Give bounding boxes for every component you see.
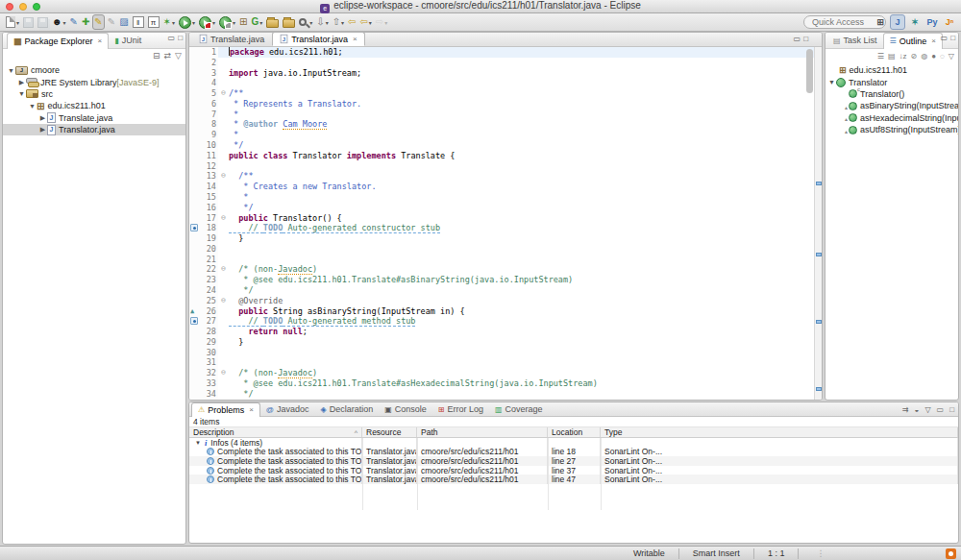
column-header-type[interactable]: Type (601, 427, 958, 437)
code-line-5[interactable]: 5⊖/** (189, 88, 822, 99)
code-line-15[interactable]: 15 * (189, 192, 822, 203)
pi-view-button[interactable]: π (147, 14, 160, 30)
code-text[interactable]: * (229, 130, 822, 140)
column-header-location[interactable]: Location (548, 427, 601, 437)
skip-breakpoints-button[interactable]: ‖ (132, 14, 145, 30)
code-line-33[interactable]: 33 * @see edu.ics211.h01.Translate#asHex… (189, 378, 822, 389)
outline-item-method[interactable]: ▲asHexadecimalString(InputStream) : Stri… (825, 112, 958, 124)
close-icon[interactable]: × (249, 405, 254, 414)
code-text[interactable]: } (229, 233, 822, 244)
open-perspective-button[interactable]: ⊞ (873, 14, 888, 30)
filter-icon[interactable]: ⇉ (902, 405, 909, 414)
code-text[interactable]: * Creates a new Translator. (229, 182, 822, 192)
minimize-editor-icon[interactable]: ▭ (794, 35, 801, 43)
code-line-18[interactable]: 18 // TODO Auto-generated constructor st… (189, 223, 822, 233)
focus-icon[interactable]: ☰ (877, 52, 884, 61)
minimize-view-icon[interactable]: ▭ (941, 34, 949, 42)
next-annotation-button[interactable]: ⇩▾ (315, 14, 329, 30)
code-text[interactable]: /* (non-Javadoc) (229, 368, 822, 378)
code-text[interactable] (229, 58, 822, 68)
sonarlint-marker-icon[interactable] (190, 317, 198, 325)
code-text[interactable] (229, 244, 822, 255)
editor-tab-translate-java[interactable]: JTranslate.java (191, 32, 272, 46)
view-menu-icon[interactable]: ▽ (924, 405, 930, 414)
sort-icon[interactable]: ↓z (899, 52, 907, 61)
open-resource-folder-button[interactable] (282, 14, 296, 30)
tree-item-jre-system-library[interactable]: ▶JRE System Library [JavaSE-9] (3, 76, 185, 87)
code-text[interactable] (229, 78, 822, 88)
code-line-13[interactable]: 13⊖ /** (189, 171, 822, 182)
code-text[interactable]: */ (229, 140, 822, 151)
java-perspective-button[interactable]: J (890, 14, 905, 30)
tab-task-list[interactable]: ▤ Task List (827, 33, 883, 49)
close-icon[interactable]: × (353, 35, 357, 43)
code-line-12[interactable]: 12 (189, 161, 822, 172)
expand-arrow-icon[interactable]: ▼ (7, 67, 15, 74)
code-text[interactable]: * @see edu.ics211.h01.Translate#asHexade… (229, 378, 822, 389)
code-text[interactable] (229, 255, 822, 265)
edit-config-button[interactable]: ▨ (118, 14, 129, 30)
editor-tab-translator-java[interactable]: JTranslator.java× (272, 32, 364, 46)
code-text[interactable]: * @author Cam Moore (229, 119, 822, 130)
fold-marker-icon[interactable]: ⊖ (218, 171, 229, 182)
code-text[interactable]: // TODO Auto-generated method stub (229, 316, 822, 327)
code-text[interactable]: */ (229, 203, 822, 213)
new-groovy-button[interactable]: G▾ (250, 14, 263, 30)
expand-arrow-icon[interactable]: ▶ (17, 79, 26, 86)
code-line-29[interactable]: 29 } (189, 337, 822, 348)
expand-arrow-icon[interactable]: ▼ (28, 103, 37, 110)
run-button[interactable]: ▾ (178, 14, 196, 30)
save-button[interactable] (22, 14, 35, 30)
link-with-editor-icon[interactable]: ⇄ (164, 51, 172, 61)
problems-row[interactable]: Complete the task associated to this TOD… (189, 456, 958, 466)
fold-marker-icon[interactable]: ⊖ (218, 264, 229, 275)
code-text[interactable]: return null; (229, 327, 822, 337)
last-edit-location-button[interactable]: ⇦ (347, 14, 357, 30)
code-line-24[interactable]: 24 */ (189, 285, 822, 296)
sonarlint-marker-icon[interactable] (190, 224, 198, 231)
code-line-23[interactable]: 23 * @see edu.ics211.h01.Translate#asBin… (189, 275, 822, 285)
code-line-10[interactable]: 10 */ (189, 140, 822, 151)
tab-javadoc[interactable]: @Javadoc (260, 402, 315, 417)
tree-item-edu-ics211-h01[interactable]: ▼⊞edu.ics211.h01 (3, 100, 185, 111)
code-line-34[interactable]: 34 */ (189, 389, 822, 400)
tab-declaration[interactable]: ◈Declaration (315, 402, 380, 417)
expand-arrow-icon[interactable]: ▼ (827, 79, 836, 85)
code-text[interactable]: * @see edu.ics211.h01.Translate#asBinary… (229, 275, 822, 285)
outline-item-method[interactable]: ▲asBinaryString(InputStream) : String (825, 100, 958, 111)
code-line-11[interactable]: 11public class Translator implements Tra… (189, 151, 822, 161)
code-editor[interactable]: 1package edu.ics211.h01;23import java.io… (189, 47, 822, 400)
code-text[interactable]: * Represents a Translator. (229, 99, 822, 110)
expand-arrow-icon[interactable]: ▶ (38, 114, 47, 122)
code-line-31[interactable]: 31 (189, 357, 822, 368)
tab-junit[interactable]: ▮ JUnit (109, 33, 147, 49)
hide-static-icon[interactable]: ◍ (921, 52, 927, 61)
external-annotation-pencil-button[interactable]: ✎ (69, 14, 79, 30)
code-text[interactable]: public class Translator implements Trans… (229, 151, 822, 161)
minimize-view-icon[interactable]: ▭ (168, 34, 176, 42)
expand-arrow-icon[interactable]: ▼ (195, 440, 201, 446)
column-header-description[interactable]: Description^ (189, 427, 362, 437)
code-text[interactable]: */ (229, 389, 822, 400)
code-line-1[interactable]: 1package edu.ics211.h01; (189, 47, 822, 58)
expand-arrow-icon[interactable]: ▶ (38, 126, 47, 134)
expand-arrow-icon[interactable]: ▼ (17, 90, 26, 97)
code-line-2[interactable]: 2 (189, 58, 822, 68)
code-line-25[interactable]: 25⊖ @Override (189, 296, 822, 306)
scrollbar-thumb[interactable] (806, 49, 813, 93)
code-line-28[interactable]: 28 return null; (189, 327, 822, 337)
code-line-16[interactable]: 16 */ (189, 203, 822, 213)
maximize-editor-icon[interactable]: □ (803, 35, 808, 43)
tree-item-translate-java[interactable]: ▶JTranslate.java (3, 112, 185, 124)
code-line-21[interactable]: 21 (189, 255, 822, 265)
code-text[interactable]: } (229, 337, 822, 348)
debug-button[interactable]: ✶▾ (162, 14, 176, 30)
code-line-20[interactable]: 20 (189, 244, 822, 255)
tree-item-cmoore[interactable]: ▼Jcmoore (3, 64, 185, 76)
new-wizard-button[interactable]: ▾ (5, 14, 20, 30)
tree-item-translator-java[interactable]: ▶JTranslator.java (3, 124, 185, 135)
column-header-resource[interactable]: Resource (362, 427, 417, 437)
code-text[interactable] (229, 348, 822, 358)
code-text[interactable]: package edu.ics211.h01; (229, 47, 822, 58)
code-line-32[interactable]: 32⊖ /* (non-Javadoc) (189, 368, 822, 378)
